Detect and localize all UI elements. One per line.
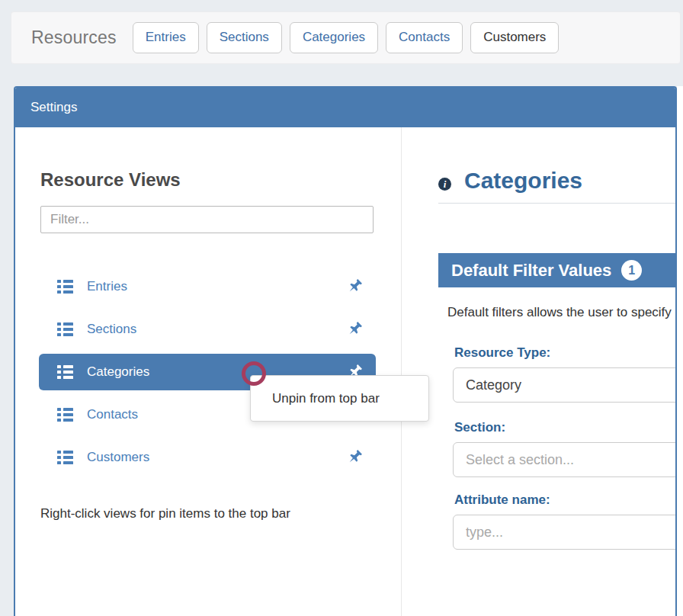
count-badge: 1 xyxy=(621,260,642,281)
view-row-label: Customers xyxy=(87,450,149,465)
info-icon: i xyxy=(438,178,451,191)
title-divider xyxy=(438,203,675,204)
topbar-button-customers[interactable]: Customers xyxy=(470,22,559,53)
view-row-label: Sections xyxy=(87,322,136,337)
section-description: Default filters allows the user to speci… xyxy=(447,305,675,320)
attribute-name-input[interactable] xyxy=(453,515,675,550)
scrollbar-gutter xyxy=(677,86,683,616)
attribute-name-label: Attribute name: xyxy=(454,492,675,508)
view-row-label: Contacts xyxy=(87,407,138,422)
topbar-button-entries[interactable]: Entries xyxy=(133,22,199,53)
topbar-button-categories[interactable]: Categories xyxy=(290,22,378,53)
pushpin-icon[interactable] xyxy=(345,278,364,296)
view-row-label: Entries xyxy=(87,279,127,294)
page: { "topbar": { "title": "Resources", "but… xyxy=(0,0,683,616)
resource-views-list: Entries Sections Categories Contacts xyxy=(15,268,401,476)
view-row-label: Categories xyxy=(87,364,149,380)
th-list-icon xyxy=(57,365,73,379)
pin-hint-text: Right-click views for pin items to the t… xyxy=(40,506,401,521)
pushpin-icon[interactable] xyxy=(345,320,364,338)
filter-input[interactable] xyxy=(40,206,374,233)
th-list-icon xyxy=(57,408,73,422)
th-list-icon xyxy=(57,280,73,294)
pushpin-icon[interactable] xyxy=(345,448,364,467)
section-label: Section: xyxy=(454,420,675,435)
resource-type-input[interactable] xyxy=(453,367,675,403)
settings-panel-body: Resource Views Entries Sections Categori… xyxy=(15,127,675,616)
section-header-label: Default Filter Values xyxy=(451,261,611,281)
topbar-title: Resources xyxy=(31,27,117,48)
topbar-button-sections[interactable]: Sections xyxy=(207,22,282,53)
settings-panel-header: Settings xyxy=(15,88,675,127)
view-row-entries[interactable]: Entries xyxy=(39,268,376,305)
settings-panel: Settings Resource Views Entries Sections xyxy=(14,86,677,616)
resource-type-label: Resource Type: xyxy=(454,345,675,361)
section-select-input[interactable] xyxy=(453,442,675,477)
context-menu-item-unpin[interactable]: Unpin from top bar xyxy=(272,391,380,406)
context-menu: Unpin from top bar xyxy=(250,375,429,422)
page-title-row: i Categories xyxy=(438,168,675,194)
settings-panel-title: Settings xyxy=(30,100,77,115)
view-row-customers[interactable]: Customers xyxy=(39,439,376,476)
topbar-button-contacts[interactable]: Contacts xyxy=(386,22,463,53)
resource-views-title: Resource Views xyxy=(40,169,401,191)
th-list-icon xyxy=(57,451,73,464)
resource-views-pane: Resource Views Entries Sections Categori… xyxy=(15,127,402,616)
view-row-sections[interactable]: Sections xyxy=(39,311,376,348)
category-detail-pane: i Categories Default Filter Values 1 Def… xyxy=(402,127,675,616)
default-filter-values-header: Default Filter Values 1 xyxy=(438,253,675,287)
th-list-icon xyxy=(57,322,73,336)
top-resource-bar: Resources Entries Sections Categories Co… xyxy=(11,11,681,64)
page-title: Categories xyxy=(464,168,582,194)
